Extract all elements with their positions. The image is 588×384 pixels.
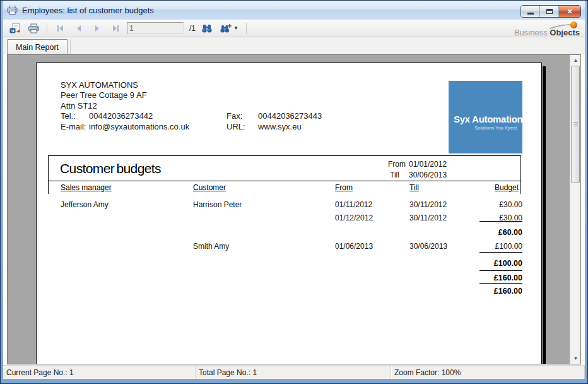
filter-till-value: 30/06/2013 [409,171,447,179]
group-subtotal-row: £100.00 [37,252,543,267]
window-title: Employees: list of customer budgets [22,6,154,15]
page-shadow [543,66,546,364]
last-page-icon [111,25,120,32]
scrollbar-grip-icon [573,122,578,127]
status-total-page: Total Page No.: 1 [196,366,391,379]
grand-total-amount: £160.00 [494,287,522,296]
subtotal-rule [479,252,522,253]
next-page-icon [93,25,101,32]
column-budget: Budget [495,183,519,192]
scroll-up-button[interactable]: ▲ [570,55,581,66]
current-page-input[interactable] [127,22,184,34]
zoom-button[interactable]: ▼ [218,21,240,35]
tab-separator [70,40,71,54]
cell-from: 01/11/2012 [335,200,372,209]
report-page: SYX AUTOMATIONS Peer Tree Cottage 9 AF A… [36,63,542,364]
column-till: Till [409,183,419,192]
cell-till: 30/11/2012 [409,200,447,209]
total-amount: £160.00 [494,273,522,282]
export-report-icon [9,23,21,34]
business-objects-logo: Business Objects [509,21,580,37]
title-bar: Employees: list of customer budgets ✕ [3,1,585,20]
status-current-page: Current Page No.: 1 [3,366,196,379]
first-page-icon [56,25,65,32]
print-icon [28,23,40,33]
cell-customer: Smith Amy [193,242,229,251]
subtotal-rule [479,270,522,271]
close-button[interactable]: ✕ [559,6,580,17]
logo-tagline: Solutions You Xpect [474,125,517,131]
logo-name: Syx Automations [454,114,527,124]
cell-budget: £100.00 [495,242,522,251]
subtotal-amount: £100.00 [494,259,522,268]
report-title-box: Customer budgets From 01/01/2012 Till 30… [48,155,521,181]
filter-from-value: 01/01/2012 [409,160,447,169]
next-page-button[interactable] [90,21,104,35]
tab-strip: Main Report [3,37,585,54]
status-bar: Current Page No.: 1 Total Page No.: 1 Zo… [3,365,585,379]
tab-label: Main Report [16,43,59,52]
table-row: Jefferson Amy Harrison Peter 01/11/2012 … [37,200,543,210]
brand-word-business: Business [514,28,548,37]
print-button[interactable] [26,21,40,35]
report-title: Customer budgets [60,161,161,176]
scroll-down-button[interactable]: ▼ [570,353,581,364]
minimize-button[interactable] [521,6,540,17]
previous-page-button[interactable] [72,21,86,35]
subtotal-rule [479,283,522,284]
fax-value: 00442036273443 [258,111,322,121]
group-subtotal-row: £60.00 [37,221,543,236]
restore-icon [546,9,553,14]
first-page-button[interactable] [54,21,68,35]
find-button[interactable] [200,21,214,35]
column-sales-manager: Sales manager [61,183,112,192]
tel-value: 00442036273442 [89,111,226,121]
toolbar-separator [47,23,47,34]
grand-total-row: £160.00 [37,283,543,298]
scroll-up-icon: ▲ [573,57,579,63]
printer-icon [7,6,18,15]
company-address2: Attn ST12 [61,101,322,111]
company-address1: Peer Tree Cottage 9 AF [61,90,322,100]
toolbar-separator [246,23,247,34]
tab-main-report[interactable]: Main Report [7,39,68,54]
filter-till-label: Till [390,171,399,179]
last-page-button[interactable] [109,21,122,35]
syx-automations-logo: Syx Automations Solutions You Xpect [449,81,522,153]
find-binoculars-icon [201,23,213,33]
url-value: www.syx.eu [258,122,302,132]
scroll-down-icon: ▼ [573,356,579,361]
email-value: info@syxautomations.co.uk [89,122,226,132]
cell-till: 30/06/2013 [409,242,447,251]
table-row: Smith Amy 01/06/2013 30/06/2013 £100.00 [37,242,543,252]
zoom-dropdown-caret-icon: ▼ [233,25,238,31]
toolbar: /1 [3,20,585,37]
scrollbar-thumb[interactable] [571,66,580,183]
company-name: SYX AUTOMATIONS [61,80,322,90]
cell-from: 01/06/2013 [335,242,373,251]
cell-sales-manager: Jefferson Amy [61,200,109,209]
status-zoom-factor: Zoom Factor: 100% [391,366,585,379]
filter-from-label: From [388,160,406,169]
close-icon: ✕ [567,8,572,16]
previous-page-icon [75,25,83,32]
export-report-button[interactable] [8,21,22,35]
window-controls: ✕ [520,5,581,18]
vertical-scrollbar[interactable]: ▲ ▼ [570,55,580,364]
report-viewer-window: Employees: list of customer budgets ✕ [0,0,588,384]
fax-label: Fax: [226,111,258,121]
url-label: URL: [226,122,258,132]
zoom-binoculars-icon [220,23,232,33]
client-area: /1 [3,20,585,379]
cell-budget: £30.00 [499,200,522,209]
report-view-area: SYX AUTOMATIONS Peer Tree Cottage 9 AF A… [7,54,581,364]
restore-button[interactable] [540,6,559,17]
subtotal-amount: £60.00 [498,228,522,237]
column-customer: Customer [193,183,226,192]
subtotal-rule [479,221,522,222]
company-header: SYX AUTOMATIONS Peer Tree Cottage 9 AF A… [61,80,322,132]
tel-label: Tel.: [61,111,89,121]
total-pages-label: /1 [189,24,196,33]
minimize-icon [527,13,534,15]
column-from: From [335,183,353,192]
